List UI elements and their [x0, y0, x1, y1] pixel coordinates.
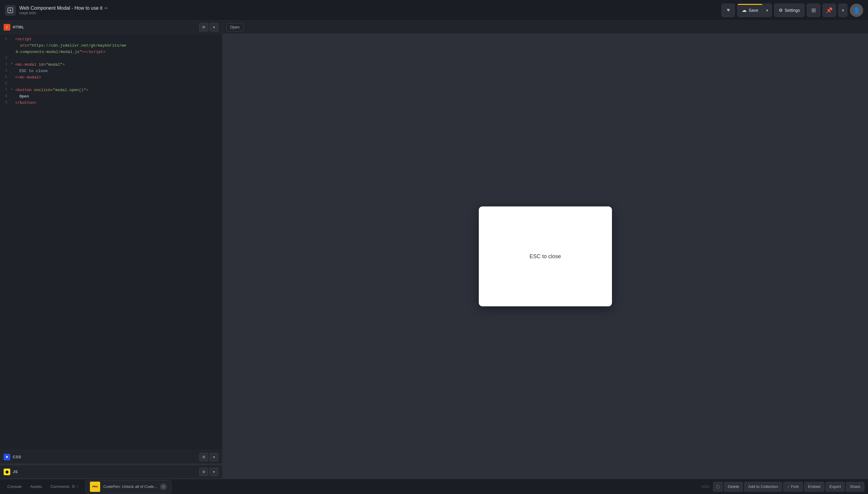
pro-banner-text: CodePen: Unlock all of Code... — [103, 484, 157, 489]
js-editor-actions: ⚙ ▾ — [199, 468, 218, 476]
code-line-1: 1 <script — [0, 36, 222, 43]
code-line-4: 4 ESC to close — [0, 68, 222, 74]
css-settings-button[interactable]: ⚙ — [199, 453, 208, 461]
css-lang-label: CSS — [13, 455, 197, 459]
js-lang-badge: ⬤ — [4, 469, 10, 475]
pro-banner[interactable]: PRO CodePen: Unlock all of Code... ✕ — [85, 480, 171, 493]
code-line-7: 7 ▾ <button onclick="modal.open()"> — [0, 87, 222, 94]
js-editor-header: ⬤ JS ⚙ ▾ — [0, 465, 222, 478]
app-header: Web Component Modal - How to use it ✏ ma… — [0, 0, 868, 21]
js-settings-button[interactable]: ⚙ — [199, 468, 208, 476]
code-line-2: 2 — [0, 55, 222, 62]
save-ago-text: AGO — [699, 484, 712, 489]
html-collapse-button[interactable]: ▾ — [209, 23, 218, 32]
comments-button[interactable]: Comments ⌘ / — [47, 482, 82, 491]
preview-area: ESC to close — [223, 34, 868, 479]
css-resize-handle[interactable] — [0, 464, 222, 465]
modal-preview-box: ESC to close — [479, 206, 612, 306]
preview-toolbar: Open — [223, 21, 868, 34]
assets-button[interactable]: Assets — [27, 482, 46, 491]
user-avatar[interactable]: 👤 — [850, 4, 863, 17]
pro-badge: PRO — [90, 481, 100, 492]
modal-preview-text: ESC to close — [529, 253, 561, 260]
save-dropdown-button[interactable]: ▾ — [763, 4, 772, 17]
settings-button[interactable]: ⚙ Settings — [774, 4, 805, 17]
code-line-1c: b-components-modal/modal.js"></script> — [0, 49, 222, 55]
save-button-group: ☁ Save ▾ — [737, 4, 772, 17]
embed-button[interactable]: Embed — [804, 482, 825, 492]
code-line-6: 6 — [0, 81, 222, 87]
main-area: / HTML ⚙ ▾ 1 <script src="https://cdn.js… — [0, 21, 868, 479]
html-editor-header: / HTML ⚙ ▾ — [0, 21, 222, 34]
author-name: mayk brito — [19, 11, 718, 15]
add-to-collection-button[interactable]: Add to Collection — [744, 482, 782, 492]
js-lang-label: JS — [13, 470, 197, 474]
css-editor-section: ✱ CSS ⚙ ▾ — [0, 451, 222, 465]
code-line-9: 9 </button> — [0, 100, 222, 106]
html-code-area[interactable]: 1 <script src="https://cdn.jsdelivr.net/… — [0, 34, 222, 450]
more-dropdown-button[interactable]: ▾ — [838, 4, 847, 17]
css-editor-actions: ⚙ ▾ — [199, 453, 218, 461]
html-editor-actions: ⚙ ▾ — [199, 23, 218, 32]
code-line-8: 8 Open — [0, 94, 222, 100]
code-line-1b: src="https://cdn.jsdelivr.net/gh/maykbri… — [0, 43, 222, 49]
delete-button[interactable]: Delete — [724, 482, 743, 492]
external-link-button[interactable]: ⬡ — [713, 482, 723, 492]
editors-panel: / HTML ⚙ ▾ 1 <script src="https://cdn.js… — [0, 21, 223, 479]
pro-close-button[interactable]: ✕ — [160, 483, 167, 490]
console-button[interactable]: Console — [4, 482, 25, 491]
like-button[interactable]: ♥ — [721, 4, 735, 17]
bottom-bar: Console Assets Comments ⌘ / PRO CodePen:… — [0, 479, 868, 494]
css-lang-badge: ✱ — [4, 454, 10, 460]
export-button[interactable]: Export — [826, 482, 845, 492]
html-lang-badge: / — [4, 24, 10, 31]
app-logo — [5, 5, 16, 16]
css-editor-header: ✱ CSS ⚙ ▾ — [0, 451, 222, 464]
html-settings-button[interactable]: ⚙ — [199, 23, 208, 32]
title-block: Web Component Modal - How to use it ✏ ma… — [19, 5, 718, 15]
css-collapse-button[interactable]: ▾ — [209, 453, 218, 461]
layout-button[interactable]: ⊞ — [807, 4, 820, 17]
fork-icon: ⑂ — [787, 485, 789, 489]
pin-button[interactable]: 📌 — [823, 4, 836, 17]
share-button[interactable]: Share — [846, 482, 864, 492]
save-button[interactable]: ☁ Save — [737, 4, 763, 17]
html-editor-section: / HTML ⚙ ▾ 1 <script src="https://cdn.js… — [0, 21, 222, 451]
cmd-icon: ⌘ — [72, 484, 75, 489]
edit-icon[interactable]: ✏ — [104, 6, 108, 11]
code-line-5: 5 </mc-modal> — [0, 74, 222, 81]
pen-title: Web Component Modal - How to use it ✏ — [19, 5, 718, 11]
open-preview-button[interactable]: Open — [226, 23, 244, 32]
js-editor-section: ⬤ JS ⚙ ▾ — [0, 465, 222, 479]
code-line-3: 3 ▾ <mc-modal id="modal"> — [0, 62, 222, 68]
js-collapse-button[interactable]: ▾ — [209, 468, 218, 476]
fork-button[interactable]: ⑂ Fork — [783, 482, 803, 492]
html-lang-label: HTML — [13, 25, 197, 30]
preview-panel: Open ESC to close — [223, 21, 868, 479]
header-actions: ♥ ☁ Save ▾ ⚙ Settings ⊞ 📌 ▾ 👤 — [721, 4, 863, 17]
